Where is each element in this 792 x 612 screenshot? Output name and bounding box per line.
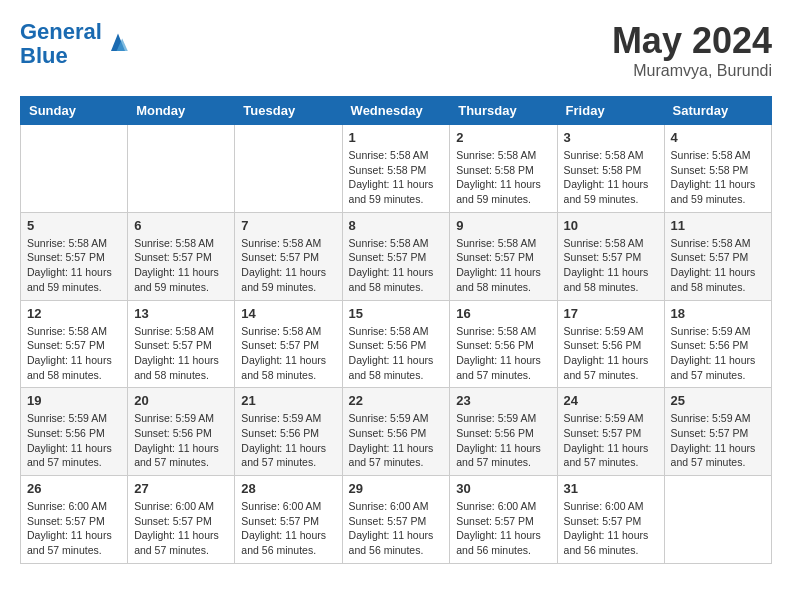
day-number: 9 bbox=[456, 218, 550, 233]
day-info: Sunrise: 5:59 AM Sunset: 5:56 PM Dayligh… bbox=[564, 324, 658, 383]
calendar-cell: 20Sunrise: 5:59 AM Sunset: 5:56 PM Dayli… bbox=[128, 388, 235, 476]
logo-icon bbox=[104, 30, 132, 58]
month-title: May 2024 bbox=[612, 20, 772, 62]
day-info: Sunrise: 5:59 AM Sunset: 5:56 PM Dayligh… bbox=[456, 411, 550, 470]
day-info: Sunrise: 6:00 AM Sunset: 5:57 PM Dayligh… bbox=[27, 499, 121, 558]
day-number: 22 bbox=[349, 393, 444, 408]
calendar-cell: 30Sunrise: 6:00 AM Sunset: 5:57 PM Dayli… bbox=[450, 476, 557, 564]
day-info: Sunrise: 6:00 AM Sunset: 5:57 PM Dayligh… bbox=[349, 499, 444, 558]
calendar-cell: 5Sunrise: 5:58 AM Sunset: 5:57 PM Daylig… bbox=[21, 212, 128, 300]
calendar-table: SundayMondayTuesdayWednesdayThursdayFrid… bbox=[20, 96, 772, 564]
day-number: 27 bbox=[134, 481, 228, 496]
day-number: 20 bbox=[134, 393, 228, 408]
day-number: 26 bbox=[27, 481, 121, 496]
calendar-cell: 28Sunrise: 6:00 AM Sunset: 5:57 PM Dayli… bbox=[235, 476, 342, 564]
calendar-cell: 19Sunrise: 5:59 AM Sunset: 5:56 PM Dayli… bbox=[21, 388, 128, 476]
day-info: Sunrise: 5:58 AM Sunset: 5:58 PM Dayligh… bbox=[564, 148, 658, 207]
day-info: Sunrise: 5:58 AM Sunset: 5:57 PM Dayligh… bbox=[671, 236, 765, 295]
day-info: Sunrise: 5:58 AM Sunset: 5:56 PM Dayligh… bbox=[349, 324, 444, 383]
day-info: Sunrise: 5:59 AM Sunset: 5:56 PM Dayligh… bbox=[671, 324, 765, 383]
calendar-cell: 4Sunrise: 5:58 AM Sunset: 5:58 PM Daylig… bbox=[664, 125, 771, 213]
day-number: 1 bbox=[349, 130, 444, 145]
day-number: 12 bbox=[27, 306, 121, 321]
day-number: 14 bbox=[241, 306, 335, 321]
calendar-cell bbox=[664, 476, 771, 564]
calendar-cell: 15Sunrise: 5:58 AM Sunset: 5:56 PM Dayli… bbox=[342, 300, 450, 388]
calendar-cell: 21Sunrise: 5:59 AM Sunset: 5:56 PM Dayli… bbox=[235, 388, 342, 476]
calendar-cell: 31Sunrise: 6:00 AM Sunset: 5:57 PM Dayli… bbox=[557, 476, 664, 564]
calendar-cell: 1Sunrise: 5:58 AM Sunset: 5:58 PM Daylig… bbox=[342, 125, 450, 213]
calendar-cell: 26Sunrise: 6:00 AM Sunset: 5:57 PM Dayli… bbox=[21, 476, 128, 564]
day-number: 19 bbox=[27, 393, 121, 408]
calendar-week-4: 19Sunrise: 5:59 AM Sunset: 5:56 PM Dayli… bbox=[21, 388, 772, 476]
day-info: Sunrise: 5:58 AM Sunset: 5:57 PM Dayligh… bbox=[27, 236, 121, 295]
calendar-cell: 23Sunrise: 5:59 AM Sunset: 5:56 PM Dayli… bbox=[450, 388, 557, 476]
weekday-header-monday: Monday bbox=[128, 97, 235, 125]
day-number: 28 bbox=[241, 481, 335, 496]
day-info: Sunrise: 5:58 AM Sunset: 5:57 PM Dayligh… bbox=[241, 324, 335, 383]
calendar-cell: 7Sunrise: 5:58 AM Sunset: 5:57 PM Daylig… bbox=[235, 212, 342, 300]
calendar-week-5: 26Sunrise: 6:00 AM Sunset: 5:57 PM Dayli… bbox=[21, 476, 772, 564]
calendar-cell: 25Sunrise: 5:59 AM Sunset: 5:57 PM Dayli… bbox=[664, 388, 771, 476]
day-info: Sunrise: 6:00 AM Sunset: 5:57 PM Dayligh… bbox=[456, 499, 550, 558]
weekday-header-wednesday: Wednesday bbox=[342, 97, 450, 125]
weekday-header-thursday: Thursday bbox=[450, 97, 557, 125]
calendar-week-1: 1Sunrise: 5:58 AM Sunset: 5:58 PM Daylig… bbox=[21, 125, 772, 213]
calendar-cell: 17Sunrise: 5:59 AM Sunset: 5:56 PM Dayli… bbox=[557, 300, 664, 388]
weekday-header-saturday: Saturday bbox=[664, 97, 771, 125]
day-info: Sunrise: 5:59 AM Sunset: 5:56 PM Dayligh… bbox=[241, 411, 335, 470]
calendar-cell bbox=[21, 125, 128, 213]
calendar-cell: 18Sunrise: 5:59 AM Sunset: 5:56 PM Dayli… bbox=[664, 300, 771, 388]
calendar-cell: 13Sunrise: 5:58 AM Sunset: 5:57 PM Dayli… bbox=[128, 300, 235, 388]
day-info: Sunrise: 5:58 AM Sunset: 5:57 PM Dayligh… bbox=[134, 324, 228, 383]
calendar-cell: 22Sunrise: 5:59 AM Sunset: 5:56 PM Dayli… bbox=[342, 388, 450, 476]
day-info: Sunrise: 5:58 AM Sunset: 5:57 PM Dayligh… bbox=[241, 236, 335, 295]
page-header: General Blue May 2024 Muramvya, Burundi bbox=[20, 20, 772, 80]
calendar-cell: 27Sunrise: 6:00 AM Sunset: 5:57 PM Dayli… bbox=[128, 476, 235, 564]
day-info: Sunrise: 5:59 AM Sunset: 5:56 PM Dayligh… bbox=[27, 411, 121, 470]
day-number: 10 bbox=[564, 218, 658, 233]
day-info: Sunrise: 5:59 AM Sunset: 5:57 PM Dayligh… bbox=[671, 411, 765, 470]
day-number: 13 bbox=[134, 306, 228, 321]
day-number: 18 bbox=[671, 306, 765, 321]
calendar-week-3: 12Sunrise: 5:58 AM Sunset: 5:57 PM Dayli… bbox=[21, 300, 772, 388]
calendar-cell: 12Sunrise: 5:58 AM Sunset: 5:57 PM Dayli… bbox=[21, 300, 128, 388]
day-info: Sunrise: 5:59 AM Sunset: 5:56 PM Dayligh… bbox=[349, 411, 444, 470]
calendar-header-row: SundayMondayTuesdayWednesdayThursdayFrid… bbox=[21, 97, 772, 125]
logo-text: General Blue bbox=[20, 20, 102, 68]
calendar-cell: 9Sunrise: 5:58 AM Sunset: 5:57 PM Daylig… bbox=[450, 212, 557, 300]
calendar-cell: 24Sunrise: 5:59 AM Sunset: 5:57 PM Dayli… bbox=[557, 388, 664, 476]
day-info: Sunrise: 5:58 AM Sunset: 5:58 PM Dayligh… bbox=[349, 148, 444, 207]
day-number: 25 bbox=[671, 393, 765, 408]
calendar-cell: 8Sunrise: 5:58 AM Sunset: 5:57 PM Daylig… bbox=[342, 212, 450, 300]
day-number: 2 bbox=[456, 130, 550, 145]
calendar-cell: 16Sunrise: 5:58 AM Sunset: 5:56 PM Dayli… bbox=[450, 300, 557, 388]
day-info: Sunrise: 5:59 AM Sunset: 5:57 PM Dayligh… bbox=[564, 411, 658, 470]
day-number: 31 bbox=[564, 481, 658, 496]
calendar-cell: 10Sunrise: 5:58 AM Sunset: 5:57 PM Dayli… bbox=[557, 212, 664, 300]
day-number: 7 bbox=[241, 218, 335, 233]
day-info: Sunrise: 5:58 AM Sunset: 5:57 PM Dayligh… bbox=[27, 324, 121, 383]
calendar-cell bbox=[128, 125, 235, 213]
day-number: 4 bbox=[671, 130, 765, 145]
location: Muramvya, Burundi bbox=[612, 62, 772, 80]
day-number: 23 bbox=[456, 393, 550, 408]
day-number: 21 bbox=[241, 393, 335, 408]
day-number: 8 bbox=[349, 218, 444, 233]
weekday-header-sunday: Sunday bbox=[21, 97, 128, 125]
day-number: 29 bbox=[349, 481, 444, 496]
day-info: Sunrise: 5:58 AM Sunset: 5:57 PM Dayligh… bbox=[456, 236, 550, 295]
day-info: Sunrise: 5:58 AM Sunset: 5:57 PM Dayligh… bbox=[134, 236, 228, 295]
calendar-cell: 29Sunrise: 6:00 AM Sunset: 5:57 PM Dayli… bbox=[342, 476, 450, 564]
day-info: Sunrise: 6:00 AM Sunset: 5:57 PM Dayligh… bbox=[241, 499, 335, 558]
day-number: 15 bbox=[349, 306, 444, 321]
calendar-cell: 6Sunrise: 5:58 AM Sunset: 5:57 PM Daylig… bbox=[128, 212, 235, 300]
day-info: Sunrise: 5:58 AM Sunset: 5:58 PM Dayligh… bbox=[456, 148, 550, 207]
day-number: 6 bbox=[134, 218, 228, 233]
calendar-cell: 2Sunrise: 5:58 AM Sunset: 5:58 PM Daylig… bbox=[450, 125, 557, 213]
day-info: Sunrise: 6:00 AM Sunset: 5:57 PM Dayligh… bbox=[564, 499, 658, 558]
day-number: 17 bbox=[564, 306, 658, 321]
calendar-week-2: 5Sunrise: 5:58 AM Sunset: 5:57 PM Daylig… bbox=[21, 212, 772, 300]
calendar-cell: 11Sunrise: 5:58 AM Sunset: 5:57 PM Dayli… bbox=[664, 212, 771, 300]
day-info: Sunrise: 5:58 AM Sunset: 5:57 PM Dayligh… bbox=[349, 236, 444, 295]
